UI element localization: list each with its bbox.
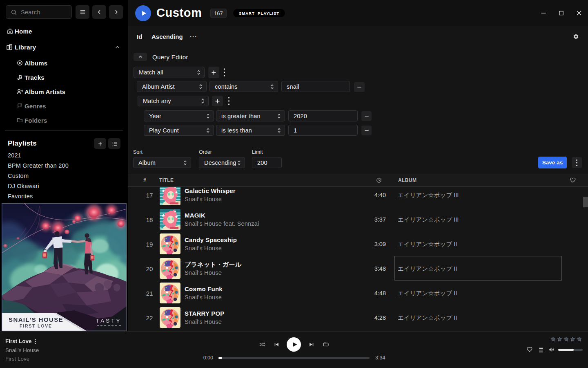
svg-text:FIRST LOVE: FIRST LOVE: [20, 323, 52, 328]
svg-text:SNAIL’S HOUSE: SNAIL’S HOUSE: [9, 316, 63, 323]
svg-text:TASTY: TASTY: [96, 318, 122, 324]
